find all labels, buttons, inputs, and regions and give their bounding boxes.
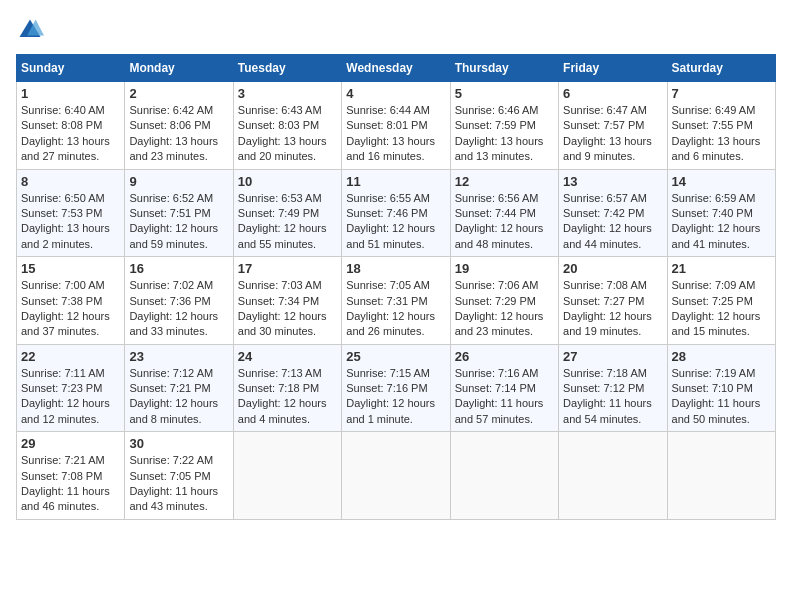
day-info: Sunrise: 6:59 AMSunset: 7:40 PMDaylight:… [672, 191, 771, 253]
table-cell: 15Sunrise: 7:00 AMSunset: 7:38 PMDayligh… [17, 257, 125, 345]
table-cell [559, 432, 667, 520]
day-number: 12 [455, 174, 554, 189]
col-wednesday: Wednesday [342, 55, 450, 82]
table-cell: 22Sunrise: 7:11 AMSunset: 7:23 PMDayligh… [17, 344, 125, 432]
table-cell: 30Sunrise: 7:22 AMSunset: 7:05 PMDayligh… [125, 432, 233, 520]
table-cell: 2Sunrise: 6:42 AMSunset: 8:06 PMDaylight… [125, 82, 233, 170]
table-cell: 5Sunrise: 6:46 AMSunset: 7:59 PMDaylight… [450, 82, 558, 170]
table-cell: 9Sunrise: 6:52 AMSunset: 7:51 PMDaylight… [125, 169, 233, 257]
table-cell: 14Sunrise: 6:59 AMSunset: 7:40 PMDayligh… [667, 169, 775, 257]
logo [16, 16, 48, 44]
table-cell [667, 432, 775, 520]
day-info: Sunrise: 6:47 AMSunset: 7:57 PMDaylight:… [563, 103, 662, 165]
page-header [16, 16, 776, 44]
table-cell: 13Sunrise: 6:57 AMSunset: 7:42 PMDayligh… [559, 169, 667, 257]
day-number: 21 [672, 261, 771, 276]
calendar-row: 22Sunrise: 7:11 AMSunset: 7:23 PMDayligh… [17, 344, 776, 432]
col-friday: Friday [559, 55, 667, 82]
table-cell: 4Sunrise: 6:44 AMSunset: 8:01 PMDaylight… [342, 82, 450, 170]
day-info: Sunrise: 7:19 AMSunset: 7:10 PMDaylight:… [672, 366, 771, 428]
table-cell: 17Sunrise: 7:03 AMSunset: 7:34 PMDayligh… [233, 257, 341, 345]
day-number: 14 [672, 174, 771, 189]
col-sunday: Sunday [17, 55, 125, 82]
day-number: 1 [21, 86, 120, 101]
table-cell: 29Sunrise: 7:21 AMSunset: 7:08 PMDayligh… [17, 432, 125, 520]
day-info: Sunrise: 7:15 AMSunset: 7:16 PMDaylight:… [346, 366, 445, 428]
day-info: Sunrise: 6:44 AMSunset: 8:01 PMDaylight:… [346, 103, 445, 165]
table-cell: 28Sunrise: 7:19 AMSunset: 7:10 PMDayligh… [667, 344, 775, 432]
table-cell: 26Sunrise: 7:16 AMSunset: 7:14 PMDayligh… [450, 344, 558, 432]
day-info: Sunrise: 7:08 AMSunset: 7:27 PMDaylight:… [563, 278, 662, 340]
col-thursday: Thursday [450, 55, 558, 82]
day-info: Sunrise: 7:18 AMSunset: 7:12 PMDaylight:… [563, 366, 662, 428]
day-info: Sunrise: 7:06 AMSunset: 7:29 PMDaylight:… [455, 278, 554, 340]
table-cell [342, 432, 450, 520]
day-number: 6 [563, 86, 662, 101]
day-info: Sunrise: 6:53 AMSunset: 7:49 PMDaylight:… [238, 191, 337, 253]
calendar-row: 1Sunrise: 6:40 AMSunset: 8:08 PMDaylight… [17, 82, 776, 170]
table-cell: 7Sunrise: 6:49 AMSunset: 7:55 PMDaylight… [667, 82, 775, 170]
table-cell: 11Sunrise: 6:55 AMSunset: 7:46 PMDayligh… [342, 169, 450, 257]
day-info: Sunrise: 6:55 AMSunset: 7:46 PMDaylight:… [346, 191, 445, 253]
day-info: Sunrise: 6:52 AMSunset: 7:51 PMDaylight:… [129, 191, 228, 253]
table-cell: 21Sunrise: 7:09 AMSunset: 7:25 PMDayligh… [667, 257, 775, 345]
day-number: 10 [238, 174, 337, 189]
day-number: 29 [21, 436, 120, 451]
day-number: 27 [563, 349, 662, 364]
col-saturday: Saturday [667, 55, 775, 82]
calendar-row: 15Sunrise: 7:00 AMSunset: 7:38 PMDayligh… [17, 257, 776, 345]
calendar-row: 8Sunrise: 6:50 AMSunset: 7:53 PMDaylight… [17, 169, 776, 257]
day-number: 19 [455, 261, 554, 276]
table-cell: 27Sunrise: 7:18 AMSunset: 7:12 PMDayligh… [559, 344, 667, 432]
day-number: 3 [238, 86, 337, 101]
day-info: Sunrise: 6:49 AMSunset: 7:55 PMDaylight:… [672, 103, 771, 165]
day-info: Sunrise: 6:50 AMSunset: 7:53 PMDaylight:… [21, 191, 120, 253]
calendar-table: Sunday Monday Tuesday Wednesday Thursday… [16, 54, 776, 520]
table-cell: 1Sunrise: 6:40 AMSunset: 8:08 PMDaylight… [17, 82, 125, 170]
day-number: 13 [563, 174, 662, 189]
day-number: 15 [21, 261, 120, 276]
table-cell: 23Sunrise: 7:12 AMSunset: 7:21 PMDayligh… [125, 344, 233, 432]
table-cell: 10Sunrise: 6:53 AMSunset: 7:49 PMDayligh… [233, 169, 341, 257]
day-number: 11 [346, 174, 445, 189]
day-number: 20 [563, 261, 662, 276]
day-info: Sunrise: 6:43 AMSunset: 8:03 PMDaylight:… [238, 103, 337, 165]
day-info: Sunrise: 7:09 AMSunset: 7:25 PMDaylight:… [672, 278, 771, 340]
day-info: Sunrise: 7:03 AMSunset: 7:34 PMDaylight:… [238, 278, 337, 340]
table-cell: 24Sunrise: 7:13 AMSunset: 7:18 PMDayligh… [233, 344, 341, 432]
day-number: 24 [238, 349, 337, 364]
table-cell: 6Sunrise: 6:47 AMSunset: 7:57 PMDaylight… [559, 82, 667, 170]
table-cell: 3Sunrise: 6:43 AMSunset: 8:03 PMDaylight… [233, 82, 341, 170]
day-number: 5 [455, 86, 554, 101]
day-number: 2 [129, 86, 228, 101]
day-info: Sunrise: 6:42 AMSunset: 8:06 PMDaylight:… [129, 103, 228, 165]
day-info: Sunrise: 7:16 AMSunset: 7:14 PMDaylight:… [455, 366, 554, 428]
day-info: Sunrise: 7:13 AMSunset: 7:18 PMDaylight:… [238, 366, 337, 428]
day-number: 17 [238, 261, 337, 276]
day-info: Sunrise: 7:02 AMSunset: 7:36 PMDaylight:… [129, 278, 228, 340]
day-number: 22 [21, 349, 120, 364]
table-cell: 16Sunrise: 7:02 AMSunset: 7:36 PMDayligh… [125, 257, 233, 345]
day-number: 30 [129, 436, 228, 451]
day-info: Sunrise: 6:46 AMSunset: 7:59 PMDaylight:… [455, 103, 554, 165]
table-cell: 8Sunrise: 6:50 AMSunset: 7:53 PMDaylight… [17, 169, 125, 257]
day-number: 25 [346, 349, 445, 364]
day-number: 4 [346, 86, 445, 101]
day-info: Sunrise: 7:22 AMSunset: 7:05 PMDaylight:… [129, 453, 228, 515]
table-cell: 19Sunrise: 7:06 AMSunset: 7:29 PMDayligh… [450, 257, 558, 345]
day-info: Sunrise: 7:05 AMSunset: 7:31 PMDaylight:… [346, 278, 445, 340]
header-row: Sunday Monday Tuesday Wednesday Thursday… [17, 55, 776, 82]
day-info: Sunrise: 7:11 AMSunset: 7:23 PMDaylight:… [21, 366, 120, 428]
day-info: Sunrise: 6:56 AMSunset: 7:44 PMDaylight:… [455, 191, 554, 253]
table-cell: 25Sunrise: 7:15 AMSunset: 7:16 PMDayligh… [342, 344, 450, 432]
day-info: Sunrise: 7:00 AMSunset: 7:38 PMDaylight:… [21, 278, 120, 340]
logo-icon [16, 16, 44, 44]
day-number: 7 [672, 86, 771, 101]
day-number: 26 [455, 349, 554, 364]
day-number: 28 [672, 349, 771, 364]
day-info: Sunrise: 7:21 AMSunset: 7:08 PMDaylight:… [21, 453, 120, 515]
table-cell: 18Sunrise: 7:05 AMSunset: 7:31 PMDayligh… [342, 257, 450, 345]
table-cell: 12Sunrise: 6:56 AMSunset: 7:44 PMDayligh… [450, 169, 558, 257]
day-number: 23 [129, 349, 228, 364]
day-number: 18 [346, 261, 445, 276]
